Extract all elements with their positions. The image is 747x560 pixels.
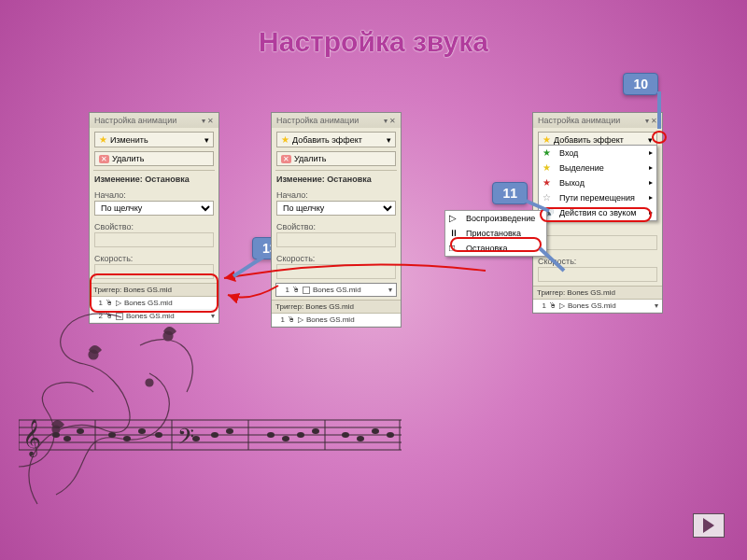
list-item[interactable]: 1🖱Bones GS.mid▾	[275, 283, 397, 297]
speed-field	[538, 235, 657, 250]
change-section-label: Изменение: Остановка	[90, 171, 218, 188]
props-label: Свойство:	[90, 219, 218, 232]
svg-point-3	[163, 331, 173, 341]
submenu-stop[interactable]: □Остановка	[445, 241, 546, 256]
animation-panel-2: Настройка анимации ▾✕ ★Добавить эффект▾ …	[271, 112, 402, 328]
svg-point-21	[138, 428, 146, 434]
page-title: Настройка звука	[0, 26, 747, 58]
svg-point-32	[372, 428, 379, 434]
speed-label: Скорость:	[90, 251, 218, 264]
svg-point-19	[108, 432, 116, 438]
sound-submenu: ▷Воспроизведение ⏸Приостановка □Остановк…	[444, 210, 547, 257]
svg-point-18	[77, 428, 84, 434]
svg-point-30	[342, 432, 349, 438]
delete-button[interactable]: ✕Удалить	[94, 151, 214, 166]
svg-point-26	[267, 432, 275, 438]
dropdown-icon[interactable]: ▾	[645, 117, 649, 125]
trigger-label: Триггер: Bones GS.mid	[272, 300, 401, 314]
delete-button[interactable]: ✕Удалить	[276, 151, 396, 166]
list-item[interactable]: 1🖱▷Bones GS.mid	[90, 297, 218, 310]
svg-point-1	[146, 379, 153, 386]
list-item[interactable]: 1🖱▷Bones GS.mid▾	[533, 300, 662, 313]
menu-item-motion[interactable]: ☆Пути перемещения▸	[539, 190, 656, 205]
svg-point-25	[226, 428, 233, 434]
close-icon[interactable]: ✕	[207, 117, 214, 125]
music-staff: 𝄞 𝄢	[19, 411, 402, 467]
panel-title: Настройка анимации	[94, 116, 176, 125]
menu-item-sound[interactable]: 🔊Действия со звуком▸	[539, 205, 656, 220]
submenu-play[interactable]: ▷Воспроизведение	[445, 211, 546, 226]
svg-point-28	[297, 432, 304, 438]
effect-menu: ★Вход▸ ★Выделение▸ ★Выход▸ ☆Пути перемещ…	[538, 145, 657, 221]
modify-button[interactable]: ★Изменить▾	[94, 132, 214, 147]
speed-field	[94, 264, 214, 279]
speed-field2	[538, 267, 657, 282]
svg-point-17	[63, 436, 71, 441]
change-section-label: Изменение: Остановка	[272, 171, 401, 188]
list-item[interactable]: 1🖱▷Bones GS.mid	[272, 314, 401, 327]
svg-text:𝄢: 𝄢	[177, 425, 194, 454]
callout-11: 11	[492, 182, 528, 204]
start-label: Начало:	[90, 188, 218, 201]
next-slide-button[interactable]	[693, 513, 725, 538]
svg-point-27	[282, 436, 289, 441]
start-select[interactable]: По щелчку	[276, 201, 396, 216]
svg-text:𝄞: 𝄞	[22, 419, 41, 457]
speed-label: Скорость:	[272, 251, 401, 264]
animation-panel-1: Настройка анимации ▾✕ ★Изменить▾ ✕Удалит…	[89, 112, 219, 324]
start-select[interactable]: По щелчку	[94, 201, 214, 216]
svg-point-24	[211, 432, 218, 438]
panel-title: Настройка анимации	[276, 116, 359, 125]
submenu-pause[interactable]: ⏸Приостановка	[445, 226, 546, 241]
svg-point-22	[155, 432, 162, 438]
add-effect-button[interactable]: ★Добавить эффект▾	[276, 132, 396, 147]
menu-item-entry[interactable]: ★Вход▸	[539, 146, 656, 161]
dropdown-icon[interactable]: ▾	[202, 117, 205, 125]
menu-item-emphasis[interactable]: ★Выделение▸	[539, 161, 656, 175]
list-item[interactable]: 2🖱Bones GS.mid▾	[90, 310, 218, 323]
close-icon[interactable]: ✕	[389, 117, 396, 125]
svg-point-0	[89, 350, 98, 359]
close-icon[interactable]: ✕	[651, 117, 657, 125]
panel-title: Настройка анимации	[538, 116, 620, 125]
svg-point-20	[123, 436, 131, 441]
props-field	[94, 232, 214, 247]
speed-label: Скорость:	[533, 254, 662, 267]
menu-item-exit[interactable]: ★Выход▸	[539, 175, 656, 190]
start-label: Начало:	[272, 188, 401, 201]
play-triangle-icon	[703, 518, 714, 533]
speed-field	[276, 264, 396, 279]
trigger-label: Триггер: Bones GS.mid	[533, 286, 662, 300]
svg-point-31	[357, 436, 364, 441]
svg-point-16	[52, 432, 60, 438]
props-field	[276, 232, 396, 247]
trigger-label: Триггер: Bones GS.mid	[90, 283, 218, 297]
dropdown-icon[interactable]: ▾	[384, 117, 388, 125]
svg-point-33	[387, 432, 394, 438]
callout-10: 10	[623, 73, 658, 95]
svg-point-29	[312, 428, 319, 434]
props-label: Свойство:	[272, 219, 401, 232]
